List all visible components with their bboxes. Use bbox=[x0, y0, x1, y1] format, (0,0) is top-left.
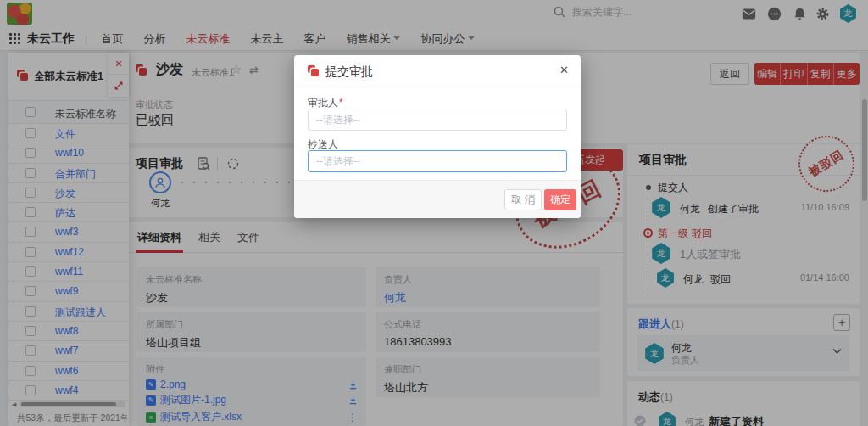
approval-icon bbox=[308, 65, 320, 77]
cancel-button[interactable]: 取 消 bbox=[504, 189, 542, 210]
cc-select[interactable] bbox=[308, 150, 567, 172]
modal-header: 提交审批 ✕ bbox=[294, 55, 581, 87]
submit-approval-modal: 提交审批 ✕ 审批人* 抄送人 取 消 确定 bbox=[294, 55, 581, 218]
close-icon[interactable]: ✕ bbox=[559, 64, 569, 76]
app-root: 龙 未云工作 | 首页 分析 未云标准 未云主 客户 销售相关 协同办公 沙发 … bbox=[0, 0, 868, 426]
approver-label-text: 审批人 bbox=[308, 97, 338, 109]
modal-footer: 取 消 确定 bbox=[294, 180, 581, 218]
approver-select[interactable] bbox=[308, 109, 567, 131]
confirm-button[interactable]: 确定 bbox=[544, 189, 576, 210]
modal-title: 提交审批 bbox=[326, 64, 373, 80]
required-mark: * bbox=[339, 97, 343, 109]
